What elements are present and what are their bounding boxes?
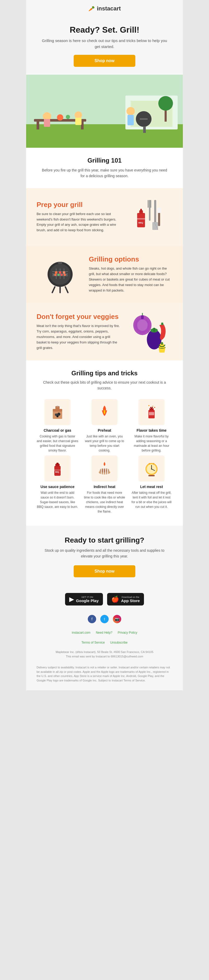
svg-rect-99	[148, 475, 155, 476]
tip-preheat: Preheat Just like with an oven, you want…	[84, 399, 125, 453]
footer-link-terms[interactable]: Terms of Service	[81, 641, 105, 644]
svg-rect-33	[157, 208, 161, 213]
email-container: 🥕 instacart Ready? Set. Grill! Grilling …	[26, 0, 183, 690]
svg-point-98	[153, 463, 155, 465]
prep-body: Be sure to clean your grill before each …	[37, 212, 120, 233]
footer-address: Maplebear Inc. (d/b/a Instacart), 50 Bea…	[26, 647, 183, 663]
svg-point-80	[154, 407, 155, 408]
prep-image: BBQ	[125, 196, 172, 238]
tip-flavor-icon	[139, 399, 164, 425]
svg-rect-12	[128, 115, 134, 125]
svg-point-70	[56, 415, 59, 417]
disclaimer-text: Delivery subject to availability. Instac…	[37, 665, 172, 682]
tips-section: Grilling tips and tricks Check out these…	[26, 360, 183, 526]
prep-text: Prep your grill Be sure to clean your gr…	[37, 201, 120, 233]
svg-point-44	[59, 271, 61, 274]
tips-title: Grilling tips and tricks	[37, 369, 172, 377]
header: 🥕 instacart	[26, 0, 183, 20]
svg-text:BBQ: BBQ	[139, 221, 143, 224]
svg-point-56	[137, 320, 148, 331]
tips-row-2: BBQ Use sauce patience Wait until the en…	[37, 455, 172, 514]
tip-rest: Let meat rest After taking meat off the …	[131, 455, 172, 514]
svg-rect-67	[55, 407, 59, 409]
svg-rect-30	[137, 218, 145, 220]
svg-rect-16	[144, 126, 146, 133]
tip-preheat-icon	[91, 399, 118, 425]
tip-preheat-title: Preheat	[84, 428, 125, 433]
svg-point-78	[148, 405, 150, 406]
svg-rect-83	[56, 463, 59, 464]
social-row: f t 📷	[26, 611, 183, 627]
svg-rect-62	[161, 323, 163, 325]
options-heading: Grilling options	[89, 255, 172, 263]
tip-charcoal: Charcoal or gas Cooking with gas is fast…	[37, 399, 78, 453]
svg-rect-5	[37, 122, 39, 129]
hero-shop-button[interactable]: Shop now	[74, 55, 135, 67]
options-image	[37, 253, 84, 295]
footer-link-help[interactable]: Need Help?	[96, 631, 112, 635]
svg-rect-81	[54, 466, 61, 476]
tip-preheat-body: Just like with an oven, you want your gr…	[84, 434, 125, 453]
svg-point-9	[75, 111, 82, 119]
tip-sauce: BBQ Use sauce patience Wait until the en…	[37, 455, 78, 514]
cta-bottom-section: Ready to start grilling? Stock up on qua…	[26, 526, 183, 588]
cta-bottom-shop-button[interactable]: Shop now	[74, 565, 135, 577]
logo-area: 🥕 instacart	[37, 5, 172, 12]
footer-links-row2: Terms of Service Unsubscribe	[26, 637, 183, 647]
svg-rect-57	[141, 315, 144, 319]
tip-flavor: Flavor takes time Make it more flavorful…	[131, 399, 172, 453]
grilling-101-section: Grilling 101 Before you fire up the gril…	[26, 148, 183, 188]
svg-point-11	[126, 107, 135, 115]
svg-point-79	[153, 406, 153, 406]
svg-rect-84	[54, 469, 61, 471]
options-body: Steaks, hot dogs, and whole fish can go …	[89, 266, 172, 293]
twitter-icon[interactable]: t	[101, 615, 108, 623]
svg-rect-8	[44, 119, 50, 127]
svg-point-97	[148, 463, 150, 465]
app-stores-section: ▶ GET IT ON Google Play 🍎 Download on th…	[26, 588, 183, 611]
svg-point-76	[151, 407, 152, 408]
svg-point-20	[158, 96, 173, 111]
app-store-badge[interactable]: 🍎 Download on the App Store	[107, 593, 144, 606]
facebook-icon[interactable]: f	[88, 615, 96, 623]
google-play-text: GET IT ON Google Play	[76, 596, 99, 603]
svg-point-17	[57, 114, 63, 121]
footer-link-unsubscribe[interactable]: Unsubscribe	[110, 641, 128, 644]
grilling-101-title: Grilling 101	[42, 157, 167, 164]
tip-sauce-title: Use sauce patience	[37, 485, 78, 489]
tip-rest-icon	[139, 455, 164, 482]
prep-heading: Prep your grill	[37, 201, 120, 209]
tip-flavor-body: Make it more flavorful by adding seasoni…	[131, 434, 172, 453]
tip-indirect: Indirect heat For foods that need more t…	[84, 455, 125, 514]
footer-disclaimer: Delivery subject to availability. Instac…	[26, 663, 183, 690]
tip-charcoal-icon	[45, 399, 70, 425]
veggies-body: Meat isn't the only thing that's flavor …	[37, 323, 120, 350]
options-block: Grilling options Steaks, hot dogs, and w…	[26, 246, 183, 303]
tip-flavor-title: Flavor takes time	[131, 428, 172, 433]
tip-indirect-icon	[91, 455, 118, 482]
svg-rect-74	[149, 412, 154, 415]
google-play-badge[interactable]: ▶ GET IT ON Google Play	[65, 593, 103, 606]
footer-link-instacart[interactable]: instacart.com	[72, 631, 90, 635]
svg-point-49	[61, 274, 63, 276]
address-text: Maplebear Inc. (d/b/a Instacart), 50 Bea…	[37, 650, 172, 654]
hero-section: Ready? Set. Grill! Grilling season is he…	[26, 20, 183, 75]
tips-subtitle: Check out these quick bits of grilling a…	[37, 379, 172, 391]
hero-title: Ready? Set. Grill!	[42, 25, 167, 35]
email-sent-text: This email was sent by Instacart to 6861…	[37, 654, 172, 659]
instagram-icon[interactable]: 📷	[113, 615, 121, 623]
tip-sauce-body: Wait until the end to add sauce so it do…	[37, 490, 78, 509]
svg-point-43	[55, 271, 57, 274]
veggies-block: Don't forget your veggies Meat isn't the…	[26, 303, 183, 360]
footer-link-privacy[interactable]: Privacy Policy	[118, 631, 137, 635]
veggies-image	[125, 311, 172, 353]
tip-charcoal-title: Charcoal or gas	[37, 428, 78, 433]
svg-rect-15	[143, 126, 144, 133]
svg-line-52	[65, 287, 68, 293]
grilling-101-body: Before you fire up the grill this year, …	[42, 167, 167, 179]
google-play-icon: ▶	[69, 595, 74, 603]
tip-rest-body: After taking meat off the grill, tent it…	[131, 490, 172, 509]
google-play-main-text: Google Play	[76, 598, 99, 603]
veggies-heading: Don't forget your veggies	[37, 313, 120, 321]
apple-icon: 🍎	[111, 595, 119, 603]
